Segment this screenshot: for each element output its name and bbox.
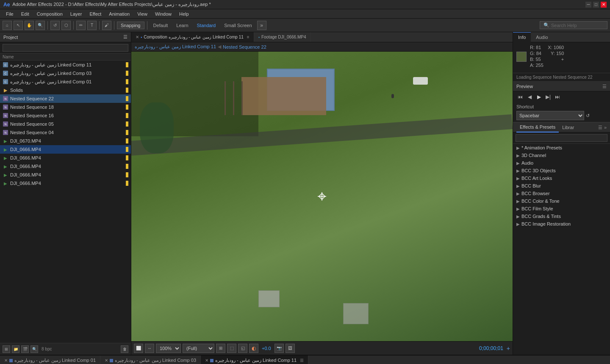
menu-animation[interactable]: Animation (105, 11, 133, 17)
effects-cat-bcc-color[interactable]: ▶ BCC Color & Tone (513, 197, 610, 205)
tab-close-icon[interactable]: ✕ (205, 358, 208, 363)
grid-button[interactable]: ⊞ (216, 344, 225, 353)
zoom-tool[interactable]: 🔍 (36, 21, 45, 30)
library-tab[interactable]: Librar (559, 122, 577, 132)
tab-menu-icon[interactable]: ☰ (300, 358, 304, 363)
preview-menu-icon[interactable]: ☰ (602, 84, 607, 89)
select-tool[interactable]: ↖ (14, 21, 23, 30)
skip-end-button[interactable]: ⏭ (554, 93, 561, 101)
effects-cat-bcc-art[interactable]: ▶ BCC Art Looks (513, 174, 610, 182)
project-item-linked-comp-11[interactable]: C زمین عباس - رودبارچیره Linked Comp 11 (0, 61, 131, 69)
show-snapshot-button[interactable]: 🖼 (286, 344, 295, 353)
effects-cat-3d-channel[interactable]: ▶ 3D Channel (513, 152, 610, 159)
minimize-button[interactable]: ─ (585, 2, 591, 8)
project-item-dji0666-1[interactable]: ▶ DJI_0666.MP4 (0, 145, 131, 154)
new-comp-button[interactable]: ⊞ (3, 345, 10, 353)
effects-menu-icon[interactable]: ☰ (598, 125, 602, 130)
hand-tool[interactable]: ✋ (25, 21, 34, 30)
effects-cat-animation-presets[interactable]: ▶ * Animation Presets (513, 144, 610, 152)
project-item-nested-seq-22[interactable]: N Nested Sequence 22 (0, 94, 131, 103)
add-view-button[interactable]: + (507, 345, 510, 352)
effects-cat-bcc-image[interactable]: ▶ BCC Image Restoration (513, 220, 610, 228)
new-folder-button[interactable]: 📁 (12, 345, 19, 353)
menu-layer[interactable]: Layer (67, 11, 86, 17)
effects-cat-bcc-blur[interactable]: ▶ BCC Blur (513, 182, 610, 190)
effects-cat-bcc-film[interactable]: ▶ BCC Film Style (513, 205, 610, 212)
project-item-dji0666-4[interactable]: ▶ DJI_0666.MP4 (0, 171, 131, 179)
close-button[interactable]: ✕ (601, 2, 607, 8)
menu-window[interactable]: Window (152, 11, 175, 17)
play-pause-button[interactable]: ▶ (535, 93, 543, 101)
brush-tool[interactable]: 🖌 (102, 21, 111, 30)
workspace-default[interactable]: Default (150, 22, 172, 29)
project-item-nested-seq-04[interactable]: N Nested Sequence 04 (0, 128, 131, 137)
effects-cat-bcc-browser[interactable]: ▶ BCC Browser (513, 190, 610, 197)
project-item-linked-comp-01[interactable]: C زمین عباس - رودبارچیره Linked Comp 01 (0, 77, 131, 86)
step-back-button[interactable]: ◀ (526, 93, 533, 101)
timeline-tab-comp01[interactable]: ✕ زمین عباس - رودبارچیره Linked Comp 01 (0, 356, 100, 364)
project-item-solids[interactable]: ▶ Solids (0, 86, 131, 94)
snapshot-button[interactable]: 📷 (274, 344, 284, 353)
viewer-tab-comp11[interactable]: ✕ ▪ Composition زمین عباس - رودبارچیره L… (131, 32, 254, 42)
project-item-dji0666-5[interactable]: ▶ DJI_0666.MP4 (0, 179, 131, 188)
timeline-tab-comp03[interactable]: ✕ زمین عباس - رودبارچیره Linked Comp 03 (100, 356, 201, 364)
step-forward-button[interactable]: ▶| (544, 93, 552, 101)
project-item-nested-seq-16[interactable]: N Nested Sequence 16 (0, 111, 131, 120)
project-item-dji0666-3[interactable]: ▶ DJI_0666.MP4 (0, 162, 131, 171)
tab-menu-icon[interactable]: ≡ (247, 35, 250, 39)
tab-close-icon[interactable]: ✕ (136, 35, 139, 39)
mask-button[interactable]: ◱ (238, 344, 247, 353)
audio-tab[interactable]: Audio (531, 32, 553, 42)
menu-view[interactable]: View (134, 11, 151, 17)
menu-effect[interactable]: Effect (86, 11, 105, 17)
fit-width-button[interactable]: ↔ (145, 344, 154, 353)
preview-header: Preview ☰ (513, 81, 610, 91)
effects-cat-bcc-grads[interactable]: ▶ BCC Grads & Tints (513, 212, 610, 220)
delete-button[interactable]: 🗑 (121, 345, 128, 353)
effects-cat-audio[interactable]: ▶ Audio (513, 159, 610, 167)
unify-tool[interactable]: ⬡ (61, 21, 71, 30)
breadcrumb-nested22[interactable]: Nested Sequence 22 (223, 44, 266, 50)
effects-presets-tab[interactable]: Effects & Presets (516, 122, 559, 132)
viewer-tab-footage[interactable]: ▪ Footage DJI_0666.MP4 (254, 32, 311, 42)
shortcut-select[interactable]: Spacebar Numpad 0 Shift+Space (516, 111, 584, 120)
workspace-smallscreen[interactable]: Small Screen (221, 22, 255, 29)
timeline-tab-comp11[interactable]: ✕ زمین عباس - رودبارچیره Linked Comp 11 … (201, 356, 308, 364)
breadcrumb-comp11[interactable]: زمین عباس - رودبارچیره Linked Comp 11 (135, 44, 216, 50)
text-tool[interactable]: T (87, 21, 97, 30)
rotate-tool[interactable]: ↺ (50, 21, 60, 30)
workspace-learn[interactable]: Learn (173, 22, 191, 29)
snapping-button[interactable]: Snapping (117, 22, 144, 29)
tab-close-icon[interactable]: ✕ (105, 358, 108, 363)
color-correct-button[interactable]: ◐ (249, 344, 258, 353)
project-item-dji0666-2[interactable]: ▶ DJI_0666.MP4 (0, 154, 131, 162)
safe-zones-button[interactable]: ⬚ (227, 344, 236, 353)
project-item-nested-seq-05[interactable]: N Nested Sequence 05 (0, 120, 131, 128)
effects-expand-icon[interactable]: » (604, 125, 607, 130)
pen-tool[interactable]: ✏ (76, 21, 86, 30)
shortcut-reset-icon[interactable]: ↺ (586, 113, 590, 119)
zoom-select[interactable]: 100% 50% 200% Fit (156, 344, 181, 353)
effects-search-input[interactable] (516, 134, 607, 142)
footage-button[interactable]: 🎬 (21, 345, 29, 353)
project-menu-icon[interactable]: ☰ (123, 34, 128, 40)
menu-file[interactable]: File (3, 11, 17, 17)
menu-help[interactable]: Help (176, 11, 192, 17)
fit-frame-button[interactable]: ⬜ (134, 344, 143, 353)
info-tab[interactable]: Info (513, 32, 531, 42)
project-search-input[interactable] (3, 44, 128, 52)
project-item-linked-comp-03[interactable]: C زمین عباس - رودبارچیره Linked Comp 03 (0, 69, 131, 77)
project-item-nested-seq-18[interactable]: N Nested Sequence 18 (0, 103, 131, 111)
search-footage-button[interactable]: 🔍 (30, 345, 38, 353)
workspace-standard[interactable]: Standard (194, 22, 219, 29)
workspace-more[interactable]: » (257, 21, 266, 30)
quality-select[interactable]: (Full) (Half) (Quarter) (183, 344, 214, 353)
maximize-button[interactable]: □ (593, 2, 599, 8)
home-tool[interactable]: ⌂ (3, 21, 12, 30)
skip-start-button[interactable]: ⏮ (516, 93, 524, 101)
project-item-dji0670[interactable]: ▶ DJI_0670.MP4 (0, 137, 131, 145)
effects-cat-bcc3d[interactable]: ▶ BCC 3D Objects (513, 167, 610, 174)
menu-edit[interactable]: Edit (18, 11, 33, 17)
tab-close-icon[interactable]: ✕ (4, 358, 8, 363)
menu-composition[interactable]: Composition (33, 11, 66, 17)
